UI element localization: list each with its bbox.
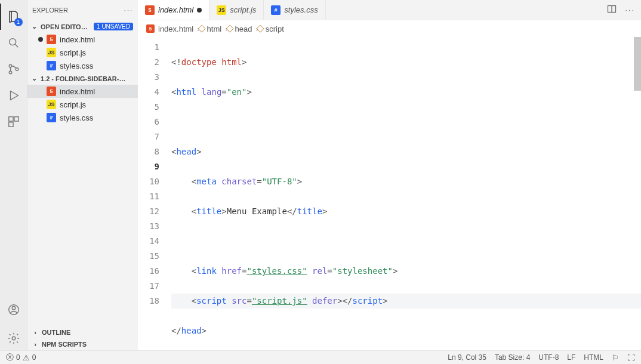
open-editor-item[interactable]: 5 index.html xyxy=(27,33,138,46)
open-editor-item[interactable]: # styles.css xyxy=(27,59,138,72)
svg-rect-6 xyxy=(8,122,13,127)
outline-header[interactable]: › OUTLINE xyxy=(27,326,138,338)
line-gutter: 123 456 789 101112 131415 161718 xyxy=(138,37,167,350)
tab-script-js[interactable]: JS script.js xyxy=(209,0,264,20)
sidebar-title: EXPLORER xyxy=(32,7,68,14)
js-file-icon: JS xyxy=(47,100,56,109)
code-editor[interactable]: 123 456 789 101112 131415 161718 <!docty… xyxy=(138,37,641,350)
tab-styles-css[interactable]: # styles.css xyxy=(264,0,325,20)
breadcrumbs[interactable]: 5 index.html › ⃟ html › ⃟ head › ⃟ scrip… xyxy=(138,20,641,37)
css-file-icon: # xyxy=(47,113,56,122)
badge: 1 xyxy=(14,18,23,26)
warning-icon[interactable]: ⚠ xyxy=(23,353,30,362)
svg-rect-5 xyxy=(14,117,18,121)
html-file-icon: 5 xyxy=(146,24,155,33)
open-editors-header[interactable]: ⌄ OPEN EDITO… 1 UNSAVED xyxy=(27,20,138,33)
activity-bar: 1 xyxy=(0,0,27,350)
cursor-position[interactable]: Ln 9, Col 35 xyxy=(448,353,486,362)
tab-index-html[interactable]: 5 index.html xyxy=(138,0,209,20)
sidebar-header: EXPLORER ··· xyxy=(27,0,138,20)
css-file-icon: # xyxy=(271,5,281,15)
scrollbar[interactable] xyxy=(634,37,641,91)
code-content[interactable]: <!doctype html> <html lang="en"> <head> … xyxy=(167,37,641,350)
account-icon[interactable] xyxy=(0,297,27,323)
chevron-right-icon: › xyxy=(31,341,39,348)
source-control-icon[interactable] xyxy=(0,56,27,82)
file-item[interactable]: JS script.js xyxy=(27,98,138,111)
file-item[interactable]: 5 index.html xyxy=(27,85,138,98)
chevron-down-icon: ⌄ xyxy=(30,23,38,30)
folder-header[interactable]: ⌄ 1.2 - FOLDING-SIDEBAR-… xyxy=(27,72,138,85)
explorer-sidebar: EXPLORER ··· ⌄ OPEN EDITO… 1 UNSAVED 5 i… xyxy=(27,0,138,350)
split-editor-icon[interactable] xyxy=(607,4,617,16)
js-file-icon: JS xyxy=(217,5,226,15)
html-file-icon: 5 xyxy=(47,87,56,96)
eol[interactable]: LF xyxy=(567,353,575,362)
feedback-icon[interactable]: ⚐ xyxy=(612,353,619,362)
explorer-icon[interactable]: 1 xyxy=(0,4,27,30)
js-file-icon: JS xyxy=(47,48,56,57)
notifications-icon[interactable]: ⛶ xyxy=(627,353,635,362)
editor-area: 5 index.html JS script.js # styles.css ·… xyxy=(138,0,641,350)
run-debug-icon[interactable] xyxy=(0,82,27,109)
more-icon[interactable]: ··· xyxy=(124,7,133,14)
svg-point-3 xyxy=(16,68,19,71)
svg-point-1 xyxy=(9,64,12,67)
encoding[interactable]: UTF-8 xyxy=(538,353,559,362)
tab-size[interactable]: Tab Size: 4 xyxy=(495,353,530,362)
html-file-icon: 5 xyxy=(47,35,56,44)
svg-point-9 xyxy=(12,337,16,340)
more-icon[interactable]: ··· xyxy=(625,5,635,14)
language-mode[interactable]: HTML xyxy=(584,353,603,362)
search-icon[interactable] xyxy=(0,30,27,56)
html-file-icon: 5 xyxy=(145,5,155,15)
tab-bar: 5 index.html JS script.js # styles.css ·… xyxy=(138,0,641,20)
css-file-icon: # xyxy=(47,61,56,70)
unsaved-badge: 1 UNSAVED xyxy=(94,23,133,30)
svg-point-2 xyxy=(9,71,12,74)
dirty-dot-icon xyxy=(197,8,202,13)
svg-rect-4 xyxy=(8,117,13,121)
settings-gear-icon[interactable] xyxy=(0,326,27,350)
extensions-icon[interactable] xyxy=(0,109,27,135)
open-editor-item[interactable]: JS script.js xyxy=(27,46,138,59)
file-item[interactable]: # styles.css xyxy=(27,111,138,124)
dirty-dot-icon xyxy=(38,37,43,42)
svg-point-0 xyxy=(9,39,16,45)
error-icon[interactable]: ⓧ xyxy=(6,352,14,363)
chevron-right-icon: › xyxy=(31,329,39,336)
status-bar: ⓧ 0 ⚠ 0 Ln 9, Col 35 Tab Size: 4 UTF-8 L… xyxy=(0,350,641,364)
svg-point-8 xyxy=(12,307,16,310)
npm-scripts-header[interactable]: › NPM SCRIPTS xyxy=(27,338,138,350)
chevron-down-icon: ⌄ xyxy=(30,75,38,82)
